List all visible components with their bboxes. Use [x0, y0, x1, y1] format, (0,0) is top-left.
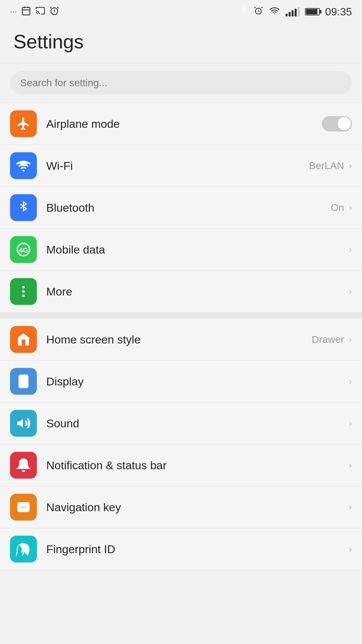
svg-line-6 — [50, 7, 52, 8]
alarm-status-icon — [253, 6, 263, 18]
sound-item[interactable]: Sound › — [0, 402, 362, 444]
page-title: Settings — [13, 30, 349, 53]
fingerprint-chevron: › — [349, 544, 352, 554]
mobile-data-item[interactable]: 4G Mobile data › — [0, 229, 362, 271]
svg-point-12 — [22, 170, 24, 172]
search-container — [0, 63, 362, 103]
mobile-data-icon: 4G — [10, 236, 37, 263]
more-icon — [10, 278, 37, 305]
section-separator — [0, 313, 362, 319]
navigation-key-item[interactable]: Navigation key › — [0, 486, 362, 528]
bluetooth-value: On — [331, 202, 344, 213]
home-screen-value: Drawer — [312, 334, 344, 345]
svg-marker-21 — [17, 419, 23, 428]
svg-point-16 — [22, 290, 24, 292]
home-screen-style-item[interactable]: Home screen style Drawer › — [0, 319, 362, 361]
search-input-wrapper[interactable] — [10, 71, 352, 95]
wifi-label: Wi-Fi — [46, 159, 309, 172]
sound-icon — [10, 410, 37, 437]
mobile-data-chevron: › — [349, 244, 352, 255]
more-chevron: › — [349, 286, 352, 297]
airplane-mode-toggle[interactable] — [322, 116, 352, 131]
fingerprint-item[interactable]: Fingerprint ID › — [0, 528, 362, 570]
navigation-key-label: Navigation key — [46, 501, 348, 514]
signal-strength-icon — [286, 7, 300, 16]
svg-line-7 — [57, 7, 59, 8]
notification-icon — [10, 452, 37, 479]
toggle-knob — [338, 117, 351, 130]
airplane-mode-item[interactable]: Airplane mode — [0, 103, 362, 145]
notification-item[interactable]: Notification & status bar › — [0, 444, 362, 486]
wifi-status-icon — [269, 6, 280, 18]
airplane-mode-label: Airplane mode — [46, 117, 322, 130]
bluetooth-icon — [10, 194, 37, 221]
alarm-icon — [49, 6, 59, 18]
signal-dots-icon: ··· — [10, 7, 17, 16]
svg-point-11 — [274, 13, 275, 14]
notification-chevron: › — [349, 460, 352, 471]
svg-rect-20 — [21, 377, 26, 383]
sound-chevron: › — [349, 418, 352, 429]
status-left-icons: ··· — [10, 6, 59, 18]
connectivity-group: Airplane mode Wi-Fi BerLAN › Bluetooth O… — [0, 103, 362, 313]
display-icon — [10, 368, 37, 395]
calendar-icon — [21, 6, 31, 18]
sound-label: Sound — [46, 417, 348, 430]
search-input[interactable] — [20, 77, 342, 89]
navigation-key-icon — [10, 494, 37, 521]
bluetooth-label: Bluetooth — [46, 201, 331, 214]
airplane-mode-icon — [10, 110, 37, 137]
home-screen-label: Home screen style — [46, 333, 312, 346]
bluetooth-status-icon — [240, 6, 248, 18]
svg-rect-0 — [22, 7, 30, 15]
wifi-chevron: › — [349, 160, 352, 171]
home-screen-icon — [10, 326, 37, 353]
battery-icon — [305, 8, 320, 15]
page-header: Settings — [0, 23, 362, 63]
fingerprint-label: Fingerprint ID — [46, 543, 348, 556]
svg-point-15 — [22, 286, 24, 288]
cast-icon — [35, 6, 45, 18]
display-item[interactable]: Display › — [0, 361, 362, 402]
svg-line-9 — [254, 7, 255, 8]
fingerprint-icon — [10, 536, 37, 562]
home-screen-chevron: › — [349, 334, 352, 345]
status-bar: ··· 09:35 — [0, 0, 362, 23]
svg-text:4G: 4G — [19, 247, 28, 254]
mobile-data-label: Mobile data — [46, 243, 348, 256]
wifi-value: BerLAN — [309, 160, 344, 171]
status-time: 09:35 — [325, 6, 352, 18]
notification-label: Notification & status bar — [46, 459, 348, 472]
navigation-key-chevron: › — [349, 502, 352, 513]
status-right-icons: 09:35 — [240, 6, 352, 18]
svg-point-17 — [22, 294, 24, 297]
wifi-icon — [10, 152, 37, 179]
bluetooth-chevron: › — [349, 202, 352, 213]
more-item[interactable]: More › — [0, 271, 362, 313]
bluetooth-item[interactable]: Bluetooth On › — [0, 187, 362, 229]
wifi-item[interactable]: Wi-Fi BerLAN › — [0, 145, 362, 187]
display-label: Display — [46, 375, 348, 388]
display-chevron: › — [349, 376, 352, 387]
appearance-group: Home screen style Drawer › Display › Sou… — [0, 319, 362, 570]
svg-line-10 — [261, 7, 263, 8]
more-label: More — [46, 285, 348, 298]
